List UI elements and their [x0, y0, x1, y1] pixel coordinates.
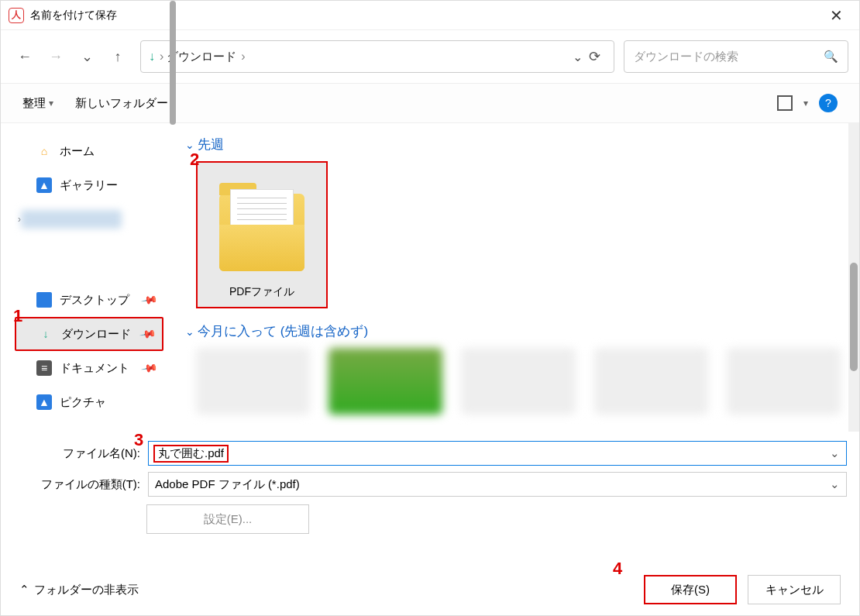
breadcrumb-sep: ›: [160, 50, 163, 64]
app-icon: 人: [9, 8, 24, 23]
chevron-down-icon: ▾: [803, 98, 808, 108]
file-thumb[interactable]: [196, 348, 310, 415]
redacted-item: [21, 210, 122, 229]
recent-dropdown[interactable]: ⌄: [74, 43, 100, 70]
sidebar: ⌂ ホーム ▲ ギャラリー › デスクトップ 📌 ↓ ダウンロード 📌: [1, 123, 168, 432]
desktop-icon: [36, 292, 52, 308]
file-thumb[interactable]: [727, 348, 841, 415]
filetype-label: ファイルの種類(T):: [1, 477, 143, 492]
folder-label: PDFファイル: [229, 285, 294, 299]
annotation-2: 2: [190, 150, 199, 170]
sidebar-item-pictures[interactable]: ▲ ピクチャ: [15, 385, 163, 419]
filetype-row: ファイルの種類(T): Adobe PDF ファイル (*.pdf) ⌄: [1, 469, 859, 500]
filename-label: ファイル名(N):: [1, 446, 143, 461]
nav-row: ← → ⌄ ↑ ↓ › ダウンロード › ⌄ ⟳ ダウンロードの検索 🔍: [1, 30, 859, 83]
sidebar-item-desktop[interactable]: デスクトップ 📌: [15, 283, 163, 317]
breadcrumb-sep: ›: [241, 50, 245, 64]
filetype-select[interactable]: Adobe PDF ファイル (*.pdf) ⌄: [148, 472, 847, 497]
filename-input[interactable]: 丸で囲む.pdf ⌄: [148, 441, 847, 466]
organize-menu[interactable]: 整理 ▾: [22, 96, 53, 111]
cancel-button[interactable]: キャンセル: [748, 575, 841, 604]
search-placeholder: ダウンロードの検索: [634, 50, 738, 64]
sidebar-item-documents[interactable]: ≡ ドキュメント 📌: [15, 351, 163, 385]
annotation-1: 1: [13, 306, 22, 326]
pin-icon: 📌: [140, 291, 158, 309]
chevron-down-icon[interactable]: ⌄: [830, 477, 840, 491]
document-icon: ≡: [36, 360, 52, 376]
form-area: ファイル名(N): 丸で囲む.pdf ⌄ ファイルの種類(T): Adobe P…: [1, 432, 859, 534]
up-button[interactable]: ↑: [105, 43, 131, 70]
save-button[interactable]: 保存(S): [644, 575, 737, 604]
back-button[interactable]: ←: [12, 43, 38, 70]
group-header-last-week[interactable]: ⌄ 先週: [185, 136, 841, 153]
group-header-this-month[interactable]: ⌄ 今月に入って (先週は含めず): [185, 322, 841, 340]
home-icon: ⌂: [36, 143, 52, 159]
filename-row: ファイル名(N): 丸で囲む.pdf ⌄: [1, 438, 859, 469]
save-dialog: 人 名前を付けて保存 ✕ ← → ⌄ ↑ ↓ › ダウンロード › ⌄ ⟳ ダウ…: [0, 0, 860, 616]
window-title: 名前を付けて保存: [30, 9, 820, 22]
chevron-up-icon: ⌃: [19, 583, 29, 597]
content-scrollbar[interactable]: [848, 123, 859, 432]
annotation-3: 3: [134, 430, 143, 450]
pin-icon: 📌: [140, 360, 158, 377]
view-mode-button[interactable]: [777, 95, 793, 111]
thumbnail-row: [196, 348, 841, 415]
file-thumb[interactable]: [329, 348, 442, 415]
pictures-icon: ▲: [36, 394, 52, 410]
main-area: ⌂ ホーム ▲ ギャラリー › デスクトップ 📌 ↓ ダウンロード 📌: [1, 123, 859, 432]
footer: ⌃ フォルダーの非表示 保存(S) キャンセル: [1, 575, 859, 604]
chevron-down-icon[interactable]: ⌄: [830, 446, 840, 460]
new-folder-button[interactable]: 新しいフォルダー: [75, 96, 168, 111]
annotation-4: 4: [613, 559, 622, 579]
breadcrumb-current[interactable]: ダウンロード: [167, 50, 236, 64]
download-icon: ↓: [38, 326, 53, 342]
hide-folders-toggle[interactable]: ⌃ フォルダーの非表示: [19, 583, 139, 597]
sidebar-scroll-thumb[interactable]: [170, 1, 176, 125]
address-bar[interactable]: ↓ › ダウンロード › ⌄ ⟳: [140, 40, 614, 73]
title-bar: 人 名前を付けて保存 ✕: [1, 1, 859, 30]
close-button[interactable]: ✕: [820, 6, 851, 25]
toolbar: 整理 ▾ 新しいフォルダー ▾ ?: [1, 83, 859, 123]
file-thumb[interactable]: [594, 348, 708, 415]
search-icon: 🔍: [824, 50, 838, 64]
sidebar-item-home[interactable]: ⌂ ホーム: [15, 134, 163, 168]
chevron-down-icon: ⌄: [185, 325, 194, 338]
file-list: ⌄ 先週 PDFファイル ⌄ 今月に入って (先週は含めず): [168, 123, 848, 432]
refresh-button[interactable]: ⟳: [580, 48, 609, 65]
file-thumb[interactable]: [461, 348, 575, 415]
sidebar-item-gallery[interactable]: ▲ ギャラリー: [15, 168, 163, 202]
folder-icon: [219, 194, 304, 271]
search-input[interactable]: ダウンロードの検索 🔍: [624, 40, 848, 73]
forward-button[interactable]: →: [43, 43, 69, 70]
pin-icon: 📌: [139, 325, 157, 343]
help-button[interactable]: ?: [819, 94, 838, 112]
gallery-icon: ▲: [36, 177, 52, 193]
download-icon: ↓: [149, 50, 155, 64]
sidebar-item-onedrive[interactable]: ›: [15, 202, 163, 236]
chevron-down-icon: ▾: [49, 98, 53, 108]
settings-button[interactable]: 設定(E)...: [146, 504, 309, 534]
folder-item-selected[interactable]: PDFファイル: [196, 161, 328, 308]
sidebar-item-downloads[interactable]: ↓ ダウンロード 📌: [15, 317, 163, 351]
